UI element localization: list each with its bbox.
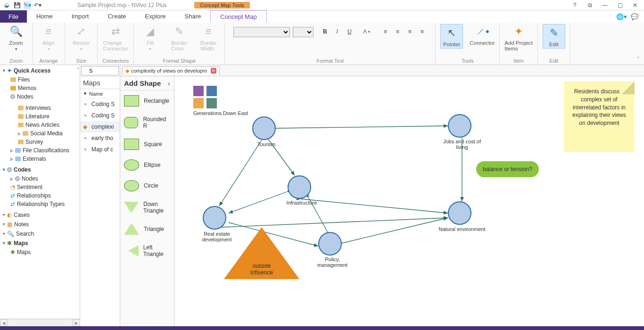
shape-triangle[interactable]: Triangle	[120, 219, 174, 239]
tab-file[interactable]: File	[0, 10, 27, 23]
edit-icon[interactable]: ✎▾	[24, 1, 31, 9]
node-infra[interactable]	[288, 175, 311, 199]
svg-line-7	[222, 218, 448, 227]
document-tab[interactable]: ◆ complexity of views on developm ✕	[122, 66, 220, 75]
palette-collapse-icon[interactable]: ‹	[168, 79, 170, 87]
nav-relationships[interactable]: ⇄Relationships	[2, 191, 78, 200]
nav-horizontal-scrollbar[interactable]: ◂▸	[0, 319, 80, 326]
close-icon[interactable]: ✕	[631, 2, 639, 8]
align-right-button[interactable]: ≡	[405, 27, 414, 36]
shape-rounded[interactable]: Rounded R	[120, 111, 174, 134]
nav-nodes2[interactable]: ▹ Nodes	[2, 174, 78, 183]
shape-ellipse[interactable]: Ellipse	[120, 155, 174, 175]
nav-memos[interactable]: Memos	[2, 84, 78, 92]
nav-files[interactable]: Files	[2, 75, 78, 84]
concept-map-canvas[interactable]: Generations Down East Tourism Jobs and c…	[174, 76, 644, 330]
node-natural[interactable]	[448, 201, 471, 225]
tab-home[interactable]: Home	[27, 10, 62, 23]
nav-maps[interactable]: ✱Maps	[2, 239, 78, 248]
annotation-balance[interactable]: balance or tension?	[476, 161, 539, 177]
connector-button[interactable]: ⟋•Connector	[470, 24, 495, 46]
status-bar	[0, 326, 644, 330]
chat-icon[interactable]: 💬	[631, 13, 638, 20]
nav-interviews[interactable]: Interviews	[2, 104, 78, 112]
bold-button[interactable]: B	[320, 27, 330, 36]
edit-button[interactable]: ✎Edit	[543, 24, 565, 49]
nav-collapse-icon[interactable]: ‹	[77, 65, 79, 71]
font-size-select[interactable]	[293, 27, 314, 37]
nav-fileclass[interactable]: ▹ File Classifications	[2, 146, 78, 155]
nav-codes[interactable]: Codes	[2, 165, 78, 174]
italic-button[interactable]: I	[332, 27, 342, 36]
nav-sentiment[interactable]: ◔Sentiment	[2, 183, 78, 191]
nav-maps-item[interactable]: ✱Maps	[2, 248, 78, 256]
context-tools-label: Concept Map Tools	[194, 2, 250, 8]
maps-search-input[interactable]	[81, 66, 119, 75]
tab-close-icon[interactable]: ✕	[211, 68, 216, 74]
nav-news[interactable]: News Articles	[2, 121, 78, 129]
maps-col-name[interactable]: ✦ Name	[80, 89, 120, 99]
resize-button: ⤢Resize▾	[70, 24, 92, 51]
shape-square[interactable]: Square	[120, 134, 174, 155]
align-button: ≡Align▾	[37, 24, 60, 51]
nav-externals[interactable]: ▹ Externals	[2, 155, 78, 163]
shape-down-triangle[interactable]: Down Triangle	[120, 196, 174, 219]
sticky-note[interactable]: Residents discuss a complex set of inter…	[564, 81, 635, 152]
node-jobs[interactable]	[448, 114, 471, 138]
align-left-button[interactable]: ≡	[380, 27, 390, 36]
maps-heading: Maps	[80, 77, 120, 89]
maximize-icon[interactable]: ▢	[616, 2, 624, 8]
nav-quick-access[interactable]: ✦Quick Access	[2, 66, 78, 75]
zoom-button[interactable]: 🔍Zoom▾	[5, 24, 27, 51]
fill-button: ◢Fill▾	[139, 24, 161, 51]
save-icon[interactable]: 💾	[13, 1, 21, 9]
maps-row[interactable]: ⚬Coding S	[80, 99, 120, 110]
app-icon: ◒	[3, 1, 10, 9]
underline-button[interactable]: U	[345, 27, 354, 36]
maps-row[interactable]: ⚬Coding S	[80, 110, 120, 121]
align-justify-button[interactable]: ≡	[417, 27, 427, 36]
minimize-icon[interactable]: —	[601, 2, 609, 8]
nav-notes[interactable]: ▦Notes	[2, 220, 78, 229]
align-center-button[interactable]: ≡	[393, 27, 402, 36]
map-icon: ◆	[125, 68, 129, 74]
font-family-select[interactable]	[233, 27, 290, 37]
maps-row[interactable]: ⚬Map of c	[80, 144, 120, 155]
window-title: Sample Project.nvp - NVivo 12 Plus	[77, 2, 167, 8]
undo-icon[interactable]: ↶▾	[34, 1, 41, 9]
tab-create[interactable]: Create	[98, 10, 135, 23]
tab-explore[interactable]: Explore	[136, 10, 175, 23]
nav-reltypes[interactable]: ⇄Relationship Types	[2, 200, 78, 208]
tab-conceptmap[interactable]: Concept Map	[210, 10, 266, 23]
tab-share[interactable]: Share	[175, 10, 211, 23]
node-realestate[interactable]	[203, 206, 226, 230]
node-tourism[interactable]	[252, 116, 276, 140]
restore-icon[interactable]: ⧉	[586, 2, 594, 8]
nav-search[interactable]: 🔍Search	[2, 229, 78, 239]
nav-literature[interactable]: Literature	[2, 112, 78, 121]
tab-import[interactable]: Import	[62, 10, 99, 23]
ribbon-collapse-icon[interactable]: ˄	[633, 23, 644, 65]
nav-nodes[interactable]: Nodes	[2, 92, 78, 101]
palette-heading: Add Shape	[124, 79, 161, 87]
maps-row[interactable]: ◆complexi	[80, 121, 120, 132]
shape-left-triangle[interactable]: Left Triangle	[120, 239, 174, 262]
change-connector-button: ⇄Change Connector	[103, 24, 128, 51]
add-project-items-button[interactable]: ✦Add Project Items	[504, 24, 532, 51]
svg-line-2	[219, 140, 262, 206]
nav-cases[interactable]: ◐Cases	[2, 210, 78, 220]
globe-icon[interactable]: 🌐▾	[616, 13, 627, 20]
svg-line-8	[339, 218, 448, 244]
font-color-button[interactable]: A▾	[363, 27, 372, 36]
shape-circle[interactable]: Circle	[120, 175, 174, 196]
node-policy[interactable]	[318, 232, 342, 256]
svg-line-0	[276, 126, 448, 128]
maps-row[interactable]: ⚬early tho	[80, 132, 120, 144]
nav-survey[interactable]: Survey	[2, 138, 78, 146]
border-color-button: ✎Border Color	[168, 24, 190, 51]
pointer-button[interactable]: ↖Pointer	[440, 24, 463, 49]
nav-social[interactable]: ▹ Social Media	[2, 129, 78, 138]
shape-rectangle[interactable]: Rectangle	[120, 91, 174, 111]
border-width-button: ≡Border Width	[197, 24, 220, 51]
help-icon[interactable]: ?	[570, 2, 579, 8]
